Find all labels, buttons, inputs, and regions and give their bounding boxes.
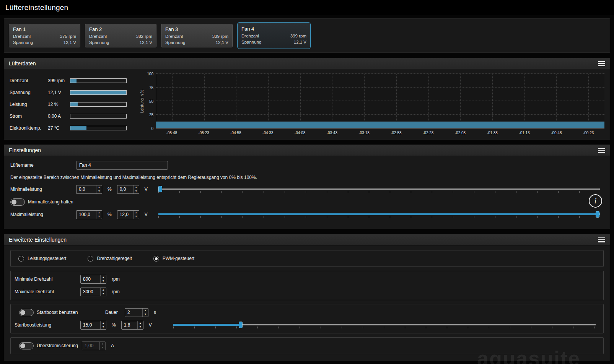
rpm-unit: rpm [112,276,120,282]
control-mode-group: Leistungsgesteuert Drehzahlgeregelt PWM-… [10,250,604,267]
startboost-toggle[interactable] [19,309,34,316]
startboostleistung-slider[interactable] [173,321,596,329]
spinner-down-icon[interactable]: ▼ [134,214,139,219]
volt-unit: V [149,322,152,328]
fan-voltage-value: 12,1 V [140,40,152,46]
minimalleistung-halten-toggle[interactable] [10,198,25,206]
ueberstromsicherung-toggle[interactable] [19,342,34,349]
spinner-up-icon[interactable]: ▲ [134,211,139,215]
spinner-up-icon[interactable]: ▲ [101,288,106,292]
fan-cards-panel: Fan 1 Drehzahl375 rpm Spannung12,1 V Fan… [4,18,610,53]
fan-card-3[interactable]: Fan 3 Drehzahl339 rpm Spannung12,1 V [161,24,233,47]
fan-card-1[interactable]: Fan 1 Drehzahl375 rpm Spannung12,1 V [9,24,80,47]
fan-rpm-value: 375 rpm [60,34,76,40]
ueberstrom-spinner[interactable]: 1,00 ▲▼ [82,341,106,350]
max-percent-spinner[interactable]: 100,0 ▲▼ [76,210,102,219]
spinner-up-icon[interactable]: ▲ [100,342,105,346]
radio-drehzahlgeregelt[interactable]: Drehzahlgeregelt [88,256,132,262]
max-rpm-spinner[interactable]: 3000 ▲▼ [80,288,106,296]
seconds-unit: s [154,310,156,315]
metric-label: Spannung [10,90,48,95]
fan-card-title: Fan 4 [241,26,306,32]
metric-row-elektroniktemp: Elektroniktemp. 27 °C [10,122,129,134]
rpm-unit: rpm [112,289,120,294]
menu-icon[interactable] [598,61,605,66]
fan-card-title: Fan 1 [13,26,76,32]
luftername-input[interactable] [76,161,168,170]
fan-voltage-label: Spannung [165,40,185,46]
panel-title: Lüfterdaten [9,60,36,67]
spinner-up-icon[interactable]: ▲ [101,321,106,325]
fan-card-4[interactable]: Fan 4 Drehzahl399 rpm Spannung12,1 V [237,22,311,49]
spinner-down-icon[interactable]: ▼ [138,325,143,329]
slider-track [173,324,596,325]
dauer-spinner[interactable]: 2 ▲▼ [125,308,148,317]
min-rpm-spinner[interactable]: 800 ▲▼ [80,275,106,284]
erweiterte-einstellungen-body: Leistungsgesteuert Drehzahlgeregelt PWM-… [4,245,610,360]
slider-handle[interactable] [158,186,162,192]
startboost-percent-spinner[interactable]: 15,0 ▲▼ [80,321,106,330]
minimalleistung-slider[interactable] [158,185,600,193]
spinner-up-icon[interactable]: ▲ [101,275,106,280]
spinner-down-icon[interactable]: ▼ [96,214,102,219]
radio-leistungsgesteuert[interactable]: Leistungsgesteuert [18,256,66,262]
fan-card-title: Fan 3 [165,26,228,32]
radio-icon [88,256,93,262]
spinner-up-icon[interactable]: ▲ [134,185,139,190]
max-volt-spinner[interactable]: 12,0 ▲▼ [117,210,139,219]
fan-rpm-value: 399 rpm [290,33,306,39]
fan-voltage-value: 12,1 V [294,39,306,46]
radio-icon [153,256,159,262]
startboostleistung-label: Startboostleistung [15,322,80,328]
spinner-up-icon[interactable]: ▲ [143,309,148,313]
min-percent-spinner[interactable]: 0,0 ▲▼ [76,185,102,194]
menu-icon[interactable] [598,148,605,153]
spinner-down-icon[interactable]: ▼ [101,279,106,283]
radio-pwm-gesteuert[interactable]: PWM-gesteuert [153,256,194,262]
info-icon[interactable]: i [589,194,602,208]
radio-icon [18,256,24,262]
metric-bar [70,126,127,130]
fan-chart-plot [156,74,604,128]
startboostleistung-row: Startboostleistung 15,0 ▲▼ % 1,8 ▲▼ V [15,320,599,330]
page-title: Lüftereinstellungen [5,3,68,12]
spinner-down-icon[interactable]: ▼ [101,325,106,329]
spinner-down-icon[interactable]: ▼ [96,189,102,193]
spinner-down-icon[interactable]: ▼ [101,292,106,296]
minimalleistung-label: Minimalleistung [10,187,76,192]
minimale-drehzahl-row: Minimale Drehzahl 800 ▲▼ rpm [15,275,599,284]
startboost-toggle-label: Startboost benutzen [37,310,105,315]
metric-row-drehzahl: Drehzahl 399 rpm [10,75,129,86]
metric-value: 27 °C [48,125,70,131]
chart-power-area [156,122,604,128]
fan-rpm-label: Drehzahl [89,34,107,40]
spinner-up-icon[interactable]: ▲ [96,211,102,215]
spinner-down-icon[interactable]: ▼ [100,346,105,350]
spinner-down-icon[interactable]: ▼ [143,312,148,317]
panel-title: Einstellungen [9,147,41,153]
fan-voltage-label: Spannung [13,40,33,46]
spinner-up-icon[interactable]: ▲ [138,321,143,325]
luefterdaten-body: Drehzahl 399 rpm Spannung 12,1 V Leistun… [4,69,610,139]
slider-handle[interactable] [239,322,243,328]
metric-value: 399 rpm [48,78,70,83]
metric-bar [70,90,127,95]
fan-card-2[interactable]: Fan 2 Drehzahl382 rpm Spannung12,1 V [85,24,156,47]
spinner-up-icon[interactable]: ▲ [96,185,102,190]
volt-unit: V [145,212,148,217]
luftername-label: Lüftername [10,162,76,168]
spinner-down-icon[interactable]: ▼ [134,189,139,193]
startboost-group: Startboost benutzen Dauer 2 ▲▼ s Startbo… [10,304,604,333]
metric-label: Elektroniktemp. [10,125,48,131]
erweiterte-einstellungen-header: Erweiterte Einstellungen [4,234,610,245]
min-volt-spinner[interactable]: 0,0 ▲▼ [117,185,139,194]
menu-icon[interactable] [598,237,605,242]
slider-handle[interactable] [596,211,599,218]
metric-bar [70,78,127,83]
maximalleistung-row: Maximalleistung 100,0 ▲▼ % 12,0 ▲▼ V [10,210,604,219]
einstellungen-body: Lüftername Der eingestellte Bereich zwis… [4,156,610,229]
toggle-knob-icon [20,343,25,348]
metric-label: Drehzahl [10,78,48,83]
maximalleistung-slider[interactable] [158,210,600,219]
startboost-volt-spinner[interactable]: 1,8 ▲▼ [121,321,143,330]
